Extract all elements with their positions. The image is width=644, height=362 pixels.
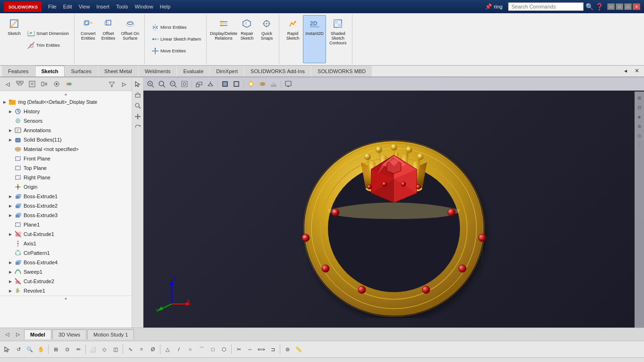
vp-view-orient[interactable] <box>205 79 216 89</box>
tree-item-plane1[interactable]: ▶ Plane1 <box>0 220 132 229</box>
menu-help[interactable]: Help <box>157 3 174 10</box>
revolve1-expand[interactable]: ▶ <box>8 288 13 294</box>
tree-item-top-plane[interactable]: ▶ Top Plane <box>0 163 132 173</box>
bt-constraints[interactable]: = <box>136 344 147 354</box>
bt-arc[interactable]: ⌒ <box>196 344 207 354</box>
model-tab-model[interactable]: Model <box>24 329 51 339</box>
vp-scene[interactable] <box>268 79 279 89</box>
tab-solidworks-mbd[interactable]: SOLIDWORKS MBD <box>311 66 372 76</box>
config-manager-tab[interactable] <box>39 78 50 90</box>
bt-line[interactable]: / <box>174 344 184 354</box>
vp-display-settings[interactable] <box>283 79 293 89</box>
vp-right-btn3[interactable]: ◈ <box>635 112 644 121</box>
tree-item-revolve1[interactable]: ▶ Revolve1 <box>0 286 132 295</box>
close-tab-button[interactable]: ✕ <box>632 66 642 76</box>
bt-relations[interactable]: ∿ <box>125 344 135 354</box>
model-tab-3dviews[interactable]: 3D Views <box>52 329 86 339</box>
bt-measure[interactable]: 📏 <box>293 344 304 354</box>
tool-rotate[interactable] <box>133 123 142 132</box>
bt-geom[interactable]: △ <box>162 344 173 354</box>
history-expand[interactable]: ▶ <box>8 109 13 114</box>
bt-view-front[interactable]: ⬜ <box>88 344 98 354</box>
rapid-sketch-button[interactable]: RapidSketch <box>283 15 302 63</box>
tab-surfaces[interactable]: Surfaces <box>65 66 98 76</box>
boss-extrude4-expand[interactable]: ▶ <box>8 260 13 265</box>
tab-sketch[interactable]: Sketch <box>35 66 64 76</box>
cut-extrude1-expand[interactable]: ▶ <box>8 231 13 237</box>
vp-zoom-fit[interactable] <box>145 79 156 89</box>
tree-item-boss-extrude3[interactable]: ▶ Boss-Extrude3 <box>0 210 132 220</box>
sidebar-scroll-left[interactable]: ◁ <box>2 78 13 90</box>
tree-root-item[interactable]: ▶ ring (Default<<Default>_Display State <box>0 97 132 107</box>
boss-extrude3-expand[interactable]: ▶ <box>8 212 13 218</box>
tree-item-solid-bodies[interactable]: ▶ Solid Bodies(11) <box>0 135 132 144</box>
menu-window[interactable]: Window <box>132 3 156 10</box>
help-icon[interactable]: ❓ <box>595 3 603 10</box>
bt-pan[interactable]: ✋ <box>36 344 46 354</box>
tree-item-cut-extrude2[interactable]: ▶ Cut-Extrude2 <box>0 277 132 286</box>
vp-right-btn5[interactable]: ⊙ <box>635 131 644 140</box>
tab-sheet-metal[interactable]: Sheet Metal <box>98 66 138 76</box>
bt-extend[interactable]: ↔ <box>245 344 255 354</box>
appearance-manager-tab[interactable] <box>63 78 75 90</box>
sketch-button[interactable]: Sketch <box>5 15 24 63</box>
boss-extrude2-expand[interactable]: ▶ <box>8 203 13 209</box>
root-expand-arrow[interactable]: ▶ <box>2 99 8 105</box>
maximize-button[interactable]: □ <box>624 3 632 10</box>
bt-mirror[interactable]: ⟺ <box>256 344 267 354</box>
menu-insert[interactable]: Insert <box>93 3 112 10</box>
offset-entities-button[interactable]: OffsetEntities <box>99 15 118 63</box>
property-manager-tab[interactable] <box>26 78 38 90</box>
model-tab-motion-study[interactable]: Motion Study 1 <box>87 329 134 339</box>
tree-item-axis1[interactable]: ▶ Axis1 <box>0 239 132 248</box>
tab-dimxpert[interactable]: DimXpert <box>210 66 244 76</box>
tool-sketch-nav[interactable] <box>133 90 142 100</box>
sidebar-filter-button[interactable] <box>106 78 117 90</box>
bt-grid[interactable]: ⊞ <box>50 344 61 354</box>
bt-poly[interactable]: ⬡ <box>219 344 229 354</box>
menu-tools[interactable]: Tools <box>113 3 131 10</box>
convert-entities-button[interactable]: ConvertEntities <box>78 15 98 63</box>
menu-edit[interactable]: Edit <box>60 3 75 10</box>
vp-lights[interactable] <box>246 79 256 89</box>
tool-select[interactable] <box>133 79 142 89</box>
bt-select[interactable] <box>2 344 12 354</box>
tree-item-right-plane[interactable]: ▶ Right Plane <box>0 173 132 182</box>
vp-zoom-prev[interactable] <box>168 79 178 89</box>
sidebar-scroll-right[interactable]: ▷ <box>118 78 130 90</box>
viewport[interactable]: Z X Y ⊞ ⊟ ◈ ⊕ ⊙ ⋮ <box>143 77 644 328</box>
mirror-entities-button[interactable]: Mirror Entities <box>149 22 204 33</box>
solid-bodies-expand[interactable]: ▶ <box>8 137 13 143</box>
repair-sketch-button[interactable]: ! RepairSketch <box>237 15 256 63</box>
tab-weldments[interactable]: Weldments <box>139 66 177 76</box>
quick-snaps-button[interactable]: QuickSnaps <box>257 15 276 63</box>
bt-snap[interactable]: ⊙ <box>62 344 72 354</box>
bt-rect[interactable]: □ <box>208 344 218 354</box>
tree-scroll-left[interactable]: ◁ <box>2 329 12 340</box>
search-icon[interactable]: 🔍 <box>585 3 594 10</box>
move-entities-button[interactable]: Move Entities <box>149 45 204 57</box>
offset-on-surface-button[interactable]: Offset OnSurface <box>119 15 142 63</box>
annotations-expand[interactable]: ▶ <box>8 127 13 133</box>
menu-file[interactable]: File <box>45 3 59 10</box>
tree-item-sweep1[interactable]: ▶ Sweep1 <box>0 267 132 277</box>
vp-right-btn1[interactable]: ⊞ <box>635 93 644 102</box>
tool-zoom[interactable] <box>133 101 142 110</box>
tab-evaluate[interactable]: Evaluate <box>177 66 209 76</box>
instant2d-button[interactable]: 2D Instant2D <box>303 15 326 63</box>
tree-item-origin[interactable]: ▶ Origin <box>0 182 132 192</box>
bt-section[interactable]: ◫ <box>110 344 121 354</box>
vp-standard-views[interactable] <box>194 79 204 89</box>
vp-shaded-edges[interactable] <box>220 79 230 89</box>
tree-item-cirpattern1[interactable]: ▶ CirPattern1 <box>0 248 132 258</box>
collapse-ribbon-button[interactable]: ◂ <box>620 66 631 76</box>
trim-entities-button[interactable]: Trim Entities <box>25 40 71 51</box>
tree-item-boss-extrude2[interactable]: ▶ Boss-Extrude2 <box>0 201 132 210</box>
vp-zoom-area[interactable] <box>157 79 167 89</box>
tree-item-annotations[interactable]: ▶ Annotations <box>0 126 132 135</box>
tree-item-material[interactable]: ▶ Material <not specified> <box>0 144 132 154</box>
feature-tree-tab[interactable] <box>14 78 25 90</box>
tab-solidworks-addins[interactable]: SOLIDWORKS Add-Ins <box>244 66 311 76</box>
close-button[interactable]: ✕ <box>633 3 640 10</box>
bt-rotate[interactable]: ↺ <box>13 344 24 354</box>
